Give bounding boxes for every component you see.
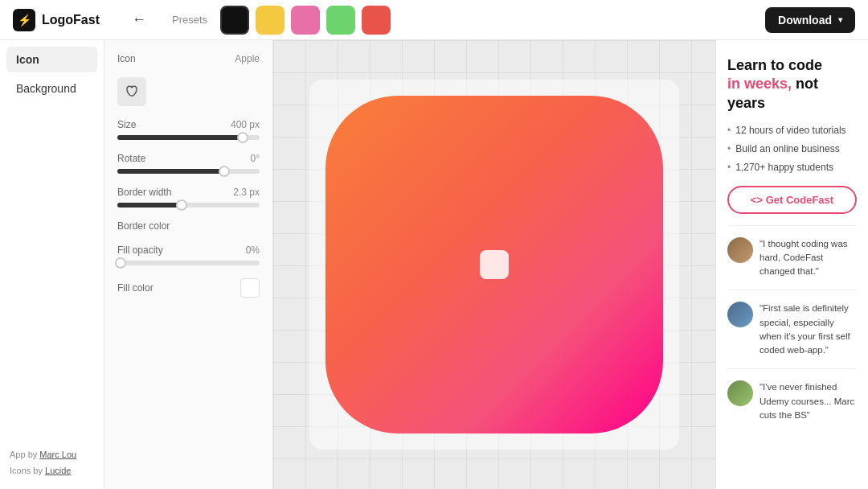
border-width-row: Border width 2.3 px [117, 187, 260, 198]
divider-2 [727, 290, 857, 290]
size-slider-thumb[interactable] [237, 132, 248, 143]
canvas-area [273, 40, 715, 489]
testimonial-3: "I've never finished Udemy courses... Ma… [727, 380, 857, 422]
marc-lou-link[interactable]: Marc Lou [39, 450, 76, 459]
fill-color-control: Fill color [117, 278, 260, 298]
size-row: Size 400 px [117, 119, 260, 130]
rotate-control: Rotate 0° [117, 153, 260, 174]
ad-bullets: 12 hours of video tutorials Build an onl… [727, 124, 857, 174]
swatch-red[interactable] [362, 6, 391, 35]
rotate-value: 0° [251, 153, 260, 164]
border-color-row: Border color [117, 220, 260, 232]
ad-bullet-3: 1,270+ happy students [727, 161, 857, 175]
icon-label: Icon [117, 53, 136, 64]
presets-label: Presets [172, 14, 207, 26]
border-width-slider-fill [117, 203, 182, 208]
logo-shape-inner [480, 250, 509, 279]
rotate-row: Rotate 0° [117, 153, 260, 164]
border-color-label: Border color [117, 220, 170, 232]
fill-opacity-label: Fill opacity [117, 244, 163, 256]
main-content: Icon Background App by Marc Lou Icons by… [0, 40, 868, 489]
swatch-yellow[interactable] [256, 6, 285, 35]
download-button[interactable]: Download ▾ [765, 7, 855, 33]
logo-name: LogoFast [42, 13, 100, 27]
divider-3 [727, 368, 857, 369]
avatar-2 [727, 302, 753, 327]
rotate-slider-thumb[interactable] [219, 166, 230, 177]
testimonial-2-text: "First sale is definitely special, espec… [760, 302, 857, 357]
border-width-slider-thumb[interactable] [176, 199, 187, 211]
swatch-green[interactable] [326, 6, 355, 35]
rotate-slider-fill [117, 169, 224, 174]
size-value: 400 px [231, 119, 260, 130]
icon-name-value: Apple [235, 53, 260, 64]
border-width-label: Border width [117, 187, 171, 198]
ad-bullet-1: 12 hours of video tutorials [727, 124, 857, 138]
fill-opacity-row: Fill opacity 0% [117, 244, 260, 256]
fill-opacity-control: Fill opacity 0% [117, 244, 260, 265]
codefast-button[interactable]: <> Get CodeFast [727, 186, 857, 214]
apple-icon [125, 84, 139, 99]
left-panel: Icon Background App by Marc Lou Icons by… [0, 40, 104, 489]
divider-1 [727, 225, 857, 226]
avatar-3 [727, 380, 753, 406]
preset-swatches [220, 6, 391, 35]
size-slider-track[interactable] [117, 135, 260, 140]
download-label: Download [778, 14, 832, 27]
fill-opacity-value: 0% [246, 244, 260, 256]
logo: ⚡ LogoFast [13, 9, 100, 31]
fill-color-row: Fill color [117, 278, 260, 298]
controls-panel: Icon Apple Size 400 px [104, 40, 273, 489]
avatar-1 [727, 237, 753, 263]
tab-background[interactable]: Background [6, 76, 97, 101]
fill-color-label: Fill color [117, 282, 154, 294]
back-button[interactable]: ← [125, 8, 153, 31]
icon-preview[interactable] [117, 77, 146, 106]
border-width-value: 2.3 px [233, 187, 260, 198]
border-color-control: Border color [117, 220, 260, 232]
border-width-control: Border width 2.3 px [117, 187, 260, 208]
size-slider-fill [117, 135, 243, 140]
fill-opacity-slider-thumb[interactable] [115, 257, 126, 269]
app-by-label: App by [10, 450, 37, 459]
swatch-black[interactable] [220, 6, 249, 35]
logo-icon: ⚡ [13, 9, 35, 31]
ad-title: Learn to code in weeks, not years [727, 56, 857, 113]
testimonial-2: "First sale is definitely special, espec… [727, 302, 857, 357]
app-header: ⚡ LogoFast ← Presets Download ▾ [0, 0, 868, 40]
logo-preview-wrapper [309, 80, 679, 450]
tab-icon[interactable]: Icon [6, 47, 97, 72]
ad-bullet-2: Build an online business [727, 142, 857, 156]
swatch-pink[interactable] [291, 6, 320, 35]
fill-opacity-slider-track[interactable] [117, 261, 260, 265]
fill-color-swatch[interactable] [240, 278, 260, 298]
testimonial-3-text: "I've never finished Udemy courses... Ma… [760, 380, 857, 422]
right-panel: Learn to code in weeks, not years 12 hou… [715, 40, 868, 489]
icons-by-label: Icons by [10, 466, 43, 475]
panel-tabs: Icon Background [0, 40, 104, 108]
testimonial-1: "I thought coding was hard, CodeFast cha… [727, 237, 857, 279]
chevron-down-icon: ▾ [838, 15, 842, 24]
ad-title-highlight: in weeks, [727, 76, 792, 92]
logo-shape [326, 96, 663, 434]
icon-control-row: Icon Apple [117, 53, 260, 64]
size-control: Size 400 px [117, 119, 260, 140]
ad-title-part1: Learn to code [727, 57, 822, 73]
fill-opacity-slider[interactable] [117, 261, 260, 265]
panel-footer: App by Marc Lou Icons by Lucide [0, 438, 104, 489]
testimonial-1-text: "I thought coding was hard, CodeFast cha… [760, 237, 857, 279]
size-label: Size [117, 119, 136, 130]
lucide-link[interactable]: Lucide [45, 466, 71, 475]
size-slider[interactable] [117, 135, 260, 140]
rotate-label: Rotate [117, 153, 145, 164]
rotate-slider[interactable] [117, 169, 260, 174]
rotate-slider-track[interactable] [117, 169, 260, 174]
border-width-slider[interactable] [117, 203, 260, 208]
border-width-slider-track[interactable] [117, 203, 260, 208]
